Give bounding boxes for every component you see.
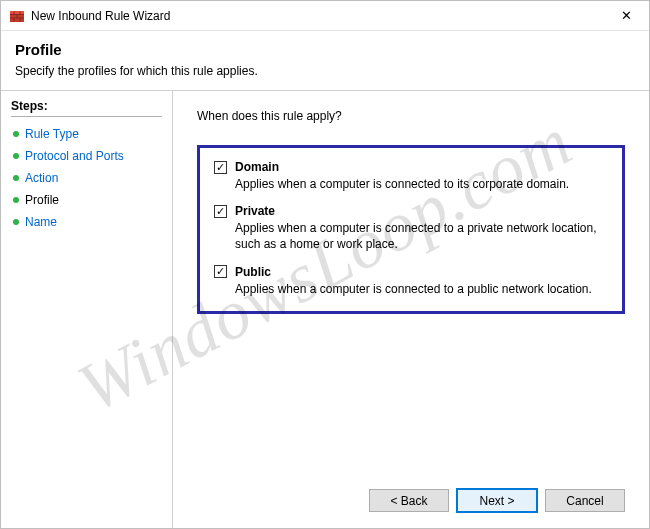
step-label: Profile (25, 193, 59, 207)
window-title: New Inbound Rule Wizard (31, 9, 604, 23)
wizard-window: New Inbound Rule Wizard ✕ Profile Specif… (0, 0, 650, 529)
domain-checkbox[interactable]: ✓ (214, 161, 227, 174)
next-button[interactable]: Next > (457, 489, 537, 512)
step-profile[interactable]: Profile (11, 189, 162, 211)
steps-list: Rule Type Protocol and Ports Action Prof… (11, 123, 162, 233)
wizard-buttons: < Back Next > Cancel (369, 489, 625, 512)
profile-public-row: ✓ Public Applies when a computer is conn… (214, 265, 608, 297)
step-label: Name (25, 215, 57, 229)
step-label: Protocol and Ports (25, 149, 124, 163)
step-name[interactable]: Name (11, 211, 162, 233)
private-label: Private (235, 204, 275, 218)
step-bullet-icon (13, 153, 19, 159)
domain-desc: Applies when a computer is connected to … (235, 176, 608, 192)
step-bullet-icon (13, 175, 19, 181)
page-subtitle: Specify the profiles for which this rule… (15, 64, 635, 78)
private-desc: Applies when a computer is connected to … (235, 220, 608, 252)
close-icon: ✕ (621, 8, 632, 23)
cancel-button[interactable]: Cancel (545, 489, 625, 512)
public-label: Public (235, 265, 271, 279)
profile-domain-row: ✓ Domain Applies when a computer is conn… (214, 160, 608, 192)
step-label: Action (25, 171, 58, 185)
wizard-header: Profile Specify the profiles for which t… (1, 31, 649, 91)
step-label: Rule Type (25, 127, 79, 141)
close-button[interactable]: ✕ (604, 1, 649, 31)
steps-title: Steps: (11, 99, 162, 117)
step-bullet-icon (13, 197, 19, 203)
svg-rect-1 (10, 11, 24, 14)
step-rule-type[interactable]: Rule Type (11, 123, 162, 145)
public-desc: Applies when a computer is connected to … (235, 281, 608, 297)
profiles-highlight-box: ✓ Domain Applies when a computer is conn… (197, 145, 625, 314)
profile-private-row: ✓ Private Applies when a computer is con… (214, 204, 608, 252)
step-action[interactable]: Action (11, 167, 162, 189)
domain-label: Domain (235, 160, 279, 174)
titlebar: New Inbound Rule Wizard ✕ (1, 1, 649, 31)
content-pane: When does this rule apply? ✓ Domain Appl… (173, 91, 649, 528)
page-title: Profile (15, 41, 635, 58)
back-button[interactable]: < Back (369, 489, 449, 512)
firewall-icon (9, 8, 25, 24)
profile-question: When does this rule apply? (197, 109, 625, 123)
step-protocol-and-ports[interactable]: Protocol and Ports (11, 145, 162, 167)
steps-pane: Steps: Rule Type Protocol and Ports Acti… (1, 91, 173, 528)
step-bullet-icon (13, 131, 19, 137)
private-checkbox[interactable]: ✓ (214, 205, 227, 218)
public-checkbox[interactable]: ✓ (214, 265, 227, 278)
step-bullet-icon (13, 219, 19, 225)
wizard-body: Steps: Rule Type Protocol and Ports Acti… (1, 91, 649, 528)
